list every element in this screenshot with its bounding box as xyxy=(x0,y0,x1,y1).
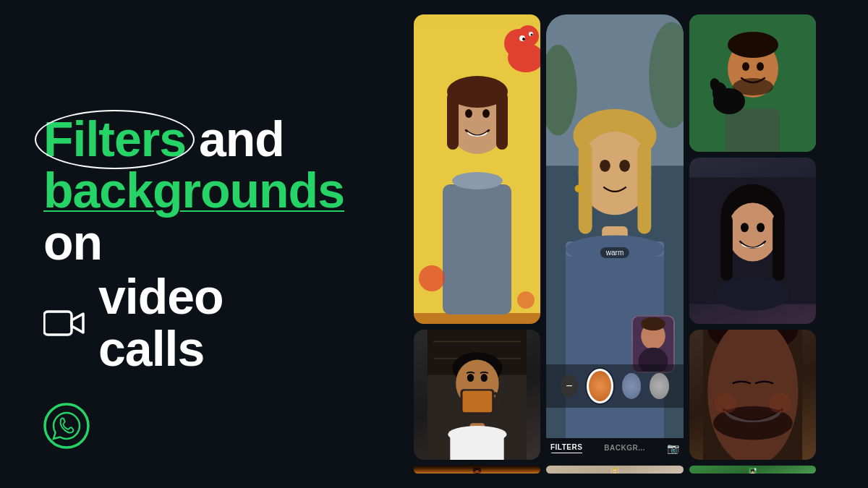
grid-cell-8 xyxy=(546,466,684,474)
filter-label: warm xyxy=(600,247,629,258)
whatsapp-logo xyxy=(43,403,90,452)
svg-point-1 xyxy=(45,404,88,448)
svg-rect-94 xyxy=(616,470,617,474)
svg-point-87 xyxy=(477,470,477,471)
svg-rect-31 xyxy=(496,92,508,150)
filter-cool[interactable] xyxy=(622,373,642,399)
phone-video-area: warm − xyxy=(546,14,684,438)
svg-point-25 xyxy=(522,38,525,40)
svg-rect-93 xyxy=(613,470,613,474)
svg-rect-15 xyxy=(720,214,733,281)
svg-rect-0 xyxy=(44,312,72,335)
video-calls-text: video calls xyxy=(98,271,333,374)
svg-point-26 xyxy=(531,34,533,36)
svg-point-18 xyxy=(757,223,765,232)
svg-point-19 xyxy=(716,278,789,311)
filter-circles: − xyxy=(546,364,684,408)
svg-point-37 xyxy=(517,291,535,309)
svg-point-116 xyxy=(752,471,752,472)
svg-point-17 xyxy=(741,223,749,232)
svg-point-6 xyxy=(757,62,764,71)
svg-point-117 xyxy=(753,471,754,472)
svg-point-88 xyxy=(477,470,478,471)
svg-rect-114 xyxy=(751,470,752,472)
svg-point-33 xyxy=(482,109,490,118)
right-panel: warm − FILTERS BACKGR... 📷 xyxy=(376,0,868,488)
backgrounds-tab[interactable]: BACKGR... xyxy=(604,444,645,453)
svg-rect-58 xyxy=(637,143,651,234)
video-calls-line: video calls xyxy=(43,271,333,374)
svg-point-36 xyxy=(419,265,445,291)
backgrounds-word: backgrounds xyxy=(43,163,344,218)
svg-rect-103 xyxy=(754,469,756,470)
svg-rect-115 xyxy=(754,470,754,472)
grid-cell-1 xyxy=(689,14,816,152)
svg-point-74 xyxy=(715,393,737,414)
left-panel: Filters and backgrounds on video calls xyxy=(0,0,376,488)
grid-cell-phone: warm − FILTERS BACKGR... 📷 xyxy=(546,14,684,460)
svg-point-50 xyxy=(448,426,506,442)
and-text: and xyxy=(186,111,284,166)
svg-point-32 xyxy=(465,109,472,118)
svg-rect-34 xyxy=(443,184,511,314)
svg-point-5 xyxy=(742,62,749,71)
svg-point-60 xyxy=(619,160,630,172)
svg-rect-40 xyxy=(433,341,521,343)
svg-rect-16 xyxy=(773,214,785,281)
phone-bottom-bar: FILTERS BACKGR... 📷 xyxy=(546,438,684,460)
svg-point-14 xyxy=(728,203,778,262)
svg-point-35 xyxy=(452,172,503,189)
svg-rect-30 xyxy=(447,92,459,150)
grid-cell-6 xyxy=(689,330,816,460)
filter-neutral[interactable] xyxy=(650,373,669,399)
svg-point-86 xyxy=(475,468,478,470)
camera-icon-small[interactable]: 📷 xyxy=(667,442,679,454)
grid-cell-4 xyxy=(414,330,540,460)
svg-point-46 xyxy=(467,374,474,382)
svg-point-59 xyxy=(600,160,610,172)
filter-warm[interactable] xyxy=(587,369,613,403)
filters-tab[interactable]: FILTERS xyxy=(550,443,582,453)
grid-cell-3 xyxy=(414,14,540,324)
grid-cell-2 xyxy=(689,158,816,324)
svg-rect-8 xyxy=(726,108,780,152)
headline: Filters and backgrounds on video calls xyxy=(43,114,333,374)
svg-rect-45 xyxy=(463,391,493,413)
svg-point-61 xyxy=(575,184,582,192)
video-camera-icon xyxy=(43,305,88,341)
photo-grid: warm − FILTERS BACKGR... 📷 xyxy=(414,14,816,474)
grid-cell-9 xyxy=(689,466,816,474)
phone-ui: warm − FILTERS BACKGR... 📷 xyxy=(546,14,684,460)
svg-point-47 xyxy=(481,374,488,382)
on-text: on xyxy=(43,215,102,270)
svg-point-4 xyxy=(728,32,778,58)
grid-cell-7 xyxy=(414,466,540,474)
svg-point-75 xyxy=(769,393,791,414)
svg-point-68 xyxy=(641,317,665,331)
filters-word: Filters xyxy=(43,114,186,165)
filter-minus[interactable]: − xyxy=(561,374,578,398)
